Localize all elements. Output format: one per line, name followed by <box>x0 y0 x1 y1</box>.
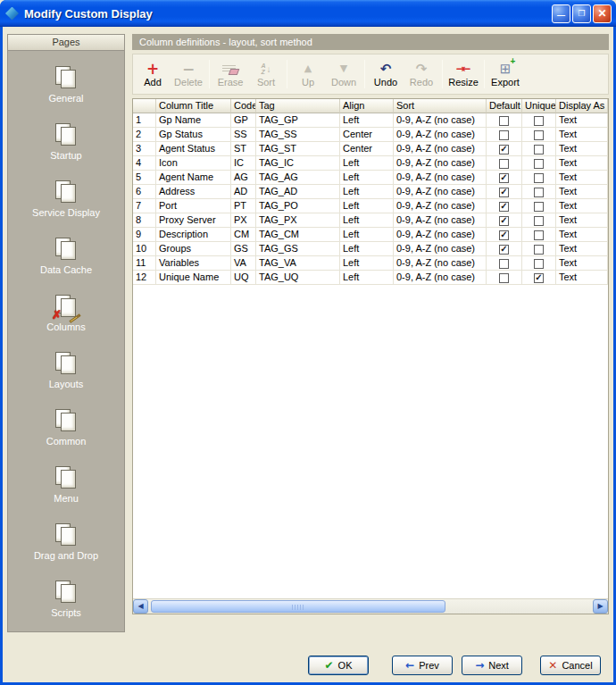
resize-button[interactable]: →←Resize <box>445 56 481 92</box>
cell-column-title[interactable]: Address <box>156 185 231 199</box>
cell-sort[interactable]: 0-9, A-Z (no case) <box>394 199 487 213</box>
cell-display-as[interactable]: Text <box>556 171 608 185</box>
cell-sort[interactable]: 0-9, A-Z (no case) <box>394 242 487 256</box>
cell-code[interactable]: AG <box>231 171 256 185</box>
cell-tag[interactable]: TAG_IC <box>256 156 340 171</box>
column-header-unique[interactable]: Unique <box>522 99 556 113</box>
cell-code[interactable]: VA <box>231 256 256 271</box>
cell-code[interactable]: CM <box>231 228 256 242</box>
cell-code[interactable]: UQ <box>231 271 256 285</box>
cell-tag[interactable]: TAG_GP <box>256 113 340 128</box>
cell-column-title[interactable]: Agent Name <box>156 171 231 185</box>
sidebar-item-startup[interactable]: Startup <box>8 113 124 171</box>
sidebar-item-common[interactable]: Common <box>8 399 124 456</box>
table-row[interactable]: 6AddressADTAG_ADLeft0-9, A-Z (no case)Te… <box>133 185 608 199</box>
scroll-left-button[interactable]: ◀ <box>133 599 148 614</box>
row-number[interactable]: 3 <box>133 142 156 156</box>
app-icon[interactable] <box>5 7 19 21</box>
prev-button[interactable]: ← Prev <box>392 656 453 675</box>
column-header-code[interactable]: Code <box>231 99 256 113</box>
default-checkbox[interactable] <box>499 116 509 126</box>
cell-sort[interactable]: 0-9, A-Z (no case) <box>394 185 487 199</box>
default-checkbox[interactable] <box>499 216 509 226</box>
unique-checkbox[interactable] <box>534 173 544 183</box>
cell-sort[interactable]: 0-9, A-Z (no case) <box>394 171 487 185</box>
ok-button[interactable]: ✔ OK <box>308 656 369 675</box>
sidebar-item-service-display[interactable]: Service Display <box>8 171 124 228</box>
cell-align[interactable]: Left <box>340 185 394 199</box>
cell-column-title[interactable]: Gp Name <box>156 113 231 128</box>
table-row[interactable]: 8Proxy ServerPXTAG_PXLeft0-9, A-Z (no ca… <box>133 213 608 228</box>
column-header-display-as[interactable]: Display As <box>556 99 608 113</box>
unique-checkbox[interactable] <box>534 245 544 255</box>
next-button[interactable]: → Next <box>462 656 522 675</box>
unique-checkbox[interactable] <box>534 216 544 226</box>
cell-code[interactable]: GS <box>231 242 256 256</box>
row-number[interactable]: 10 <box>133 242 156 256</box>
default-checkbox[interactable] <box>499 159 509 169</box>
cell-column-title[interactable]: Gp Status <box>156 128 231 142</box>
cell-column-title[interactable]: Description <box>156 228 231 242</box>
table-row[interactable]: 3Agent StatusSTTAG_STCenter0-9, A-Z (no … <box>133 142 608 156</box>
cell-display-as[interactable]: Text <box>556 113 608 128</box>
cell-align[interactable]: Center <box>340 128 394 142</box>
scrollbar-track[interactable] <box>148 599 593 614</box>
unique-checkbox[interactable] <box>534 116 544 126</box>
sidebar-item-drag-and-drop[interactable]: Drag and Drop <box>8 514 124 571</box>
cell-tag[interactable]: TAG_ST <box>256 142 340 156</box>
default-checkbox[interactable] <box>499 245 509 255</box>
minimize-button[interactable]: — <box>552 4 570 23</box>
cell-align[interactable]: Left <box>340 171 394 185</box>
undo-button[interactable]: ↶Undo <box>368 56 404 92</box>
cell-column-title[interactable]: Icon <box>156 156 231 171</box>
row-number[interactable]: 11 <box>133 256 156 271</box>
cell-align[interactable]: Left <box>340 199 394 213</box>
cell-tag[interactable]: TAG_PX <box>256 213 340 228</box>
sidebar-item-data-cache[interactable]: Data Cache <box>8 228 124 285</box>
cell-align[interactable]: Left <box>340 113 394 128</box>
cell-sort[interactable]: 0-9, A-Z (no case) <box>394 271 487 285</box>
cell-sort[interactable]: 0-9, A-Z (no case) <box>394 142 487 156</box>
cell-tag[interactable]: TAG_CM <box>256 228 340 242</box>
cell-code[interactable]: PT <box>231 199 256 213</box>
cell-tag[interactable]: TAG_UQ <box>256 271 340 285</box>
row-number-header[interactable] <box>133 99 156 113</box>
cell-tag[interactable]: TAG_SS <box>256 128 340 142</box>
table-row[interactable]: 5Agent NameAGTAG_AGLeft0-9, A-Z (no case… <box>133 171 608 185</box>
cell-tag[interactable]: TAG_PO <box>256 199 340 213</box>
cell-sort[interactable]: 0-9, A-Z (no case) <box>394 156 487 171</box>
cell-align[interactable]: Left <box>340 271 394 285</box>
cell-sort[interactable]: 0-9, A-Z (no case) <box>394 213 487 228</box>
row-number[interactable]: 1 <box>133 113 156 128</box>
row-number[interactable]: 7 <box>133 199 156 213</box>
default-checkbox[interactable] <box>499 130 509 140</box>
cell-sort[interactable]: 0-9, A-Z (no case) <box>394 256 487 271</box>
default-checkbox[interactable] <box>499 259 509 269</box>
cell-tag[interactable]: TAG_GS <box>256 242 340 256</box>
row-number[interactable]: 2 <box>133 128 156 142</box>
cell-align[interactable]: Left <box>340 213 394 228</box>
cell-align[interactable]: Left <box>340 256 394 271</box>
column-header-column-title[interactable]: Column Title <box>156 99 231 113</box>
table-row[interactable]: 9DescriptionCMTAG_CMLeft0-9, A-Z (no cas… <box>133 228 608 242</box>
row-number[interactable]: 6 <box>133 185 156 199</box>
unique-checkbox[interactable] <box>534 259 544 269</box>
unique-checkbox[interactable] <box>534 230 544 240</box>
default-checkbox[interactable] <box>499 273 509 283</box>
unique-checkbox[interactable] <box>534 145 544 155</box>
unique-checkbox[interactable] <box>534 130 544 140</box>
cell-column-title[interactable]: Port <box>156 199 231 213</box>
cell-display-as[interactable]: Text <box>556 228 608 242</box>
down-button[interactable]: ▼Down <box>326 56 362 92</box>
unique-checkbox[interactable] <box>534 159 544 169</box>
sidebar-item-columns[interactable]: ✗Columns <box>8 285 124 342</box>
cell-code[interactable]: AD <box>231 185 256 199</box>
erase-button[interactable]: Erase <box>212 56 248 92</box>
up-button[interactable]: ▲Up <box>290 56 326 92</box>
scrollbar-thumb[interactable] <box>151 600 445 613</box>
cell-tag[interactable]: TAG_VA <box>256 256 340 271</box>
default-checkbox[interactable] <box>499 173 509 183</box>
row-number[interactable]: 4 <box>133 156 156 171</box>
maximize-button[interactable]: ❐ <box>572 4 591 23</box>
cell-align[interactable]: Left <box>340 228 394 242</box>
